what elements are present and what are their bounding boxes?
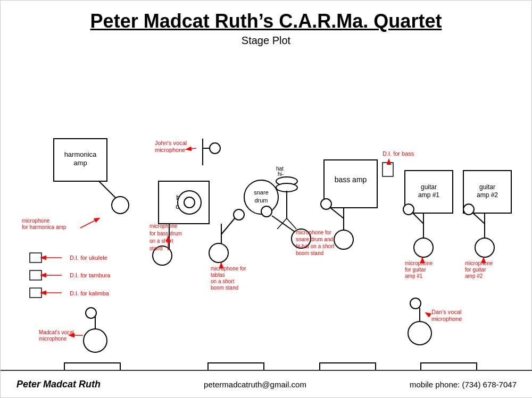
svg-rect-9 xyxy=(30,253,41,262)
svg-line-8 xyxy=(80,218,99,228)
svg-rect-73 xyxy=(383,163,393,176)
svg-point-97 xyxy=(475,238,494,257)
svg-text:microphone: microphone xyxy=(431,316,462,322)
svg-text:microphone: microphone xyxy=(149,223,178,229)
svg-text:for guitar: for guitar xyxy=(405,267,426,273)
svg-line-84 xyxy=(413,213,423,224)
svg-text:stand: stand xyxy=(149,245,162,251)
svg-text:amp #1: amp #1 xyxy=(405,273,423,279)
svg-point-34 xyxy=(210,143,220,154)
footer-email: petermadcatruth@gmail.com xyxy=(204,380,306,389)
svg-text:boom stand: boom stand xyxy=(296,250,323,256)
svg-text:D.I. for ukulele: D.I. for ukulele xyxy=(70,255,107,261)
page: Peter Madcat Ruth’s C.A.R.Ma. Quartet St… xyxy=(0,0,532,398)
footer-phone: mobile phone: (734) 678-7047 xyxy=(410,380,517,389)
svg-text:snare: snare xyxy=(254,189,269,196)
footer-name: Peter Madcat Ruth xyxy=(16,379,101,390)
svg-line-77 xyxy=(330,208,344,218)
svg-point-20 xyxy=(84,329,107,352)
svg-point-85 xyxy=(403,204,414,215)
svg-text:boom stand: boom stand xyxy=(211,285,238,291)
svg-text:for bass drum: for bass drum xyxy=(149,231,182,236)
svg-text:for harmonica amp: for harmonica amp xyxy=(22,224,66,230)
svg-point-103 xyxy=(410,298,421,309)
svg-text:tablas: tablas xyxy=(211,272,225,278)
svg-text:bass amp: bass amp xyxy=(335,175,367,184)
svg-point-58 xyxy=(276,183,297,192)
svg-text:hi-: hi- xyxy=(278,171,284,177)
svg-point-48 xyxy=(209,243,228,262)
svg-point-78 xyxy=(321,199,331,209)
svg-point-65 xyxy=(261,206,272,217)
svg-text:on a short: on a short xyxy=(211,278,235,284)
title-area: Peter Madcat Ruth’s C.A.R.Ma. Quartet St… xyxy=(1,1,531,47)
svg-point-47 xyxy=(234,209,244,220)
svg-line-107 xyxy=(426,313,430,316)
svg-text:guitar: guitar xyxy=(479,183,495,191)
svg-line-95 xyxy=(473,213,485,224)
svg-point-31 xyxy=(184,197,195,208)
svg-text:D.I. for bass: D.I. for bass xyxy=(383,150,414,157)
footer: Peter Madcat Ruth petermadcatruth@gmail.… xyxy=(1,370,532,397)
stage-area: harmonica amp microphone for harmonica a… xyxy=(1,54,532,383)
svg-rect-12 xyxy=(30,270,41,280)
svg-rect-15 xyxy=(30,288,41,298)
svg-text:on a short: on a short xyxy=(149,238,173,244)
main-title: Peter Madcat Ruth’s C.A.R.Ma. Quartet xyxy=(1,10,531,32)
svg-text:microphone: microphone xyxy=(22,218,50,224)
svg-text:drum: drum xyxy=(254,197,268,204)
svg-text:D.I. for tambura: D.I. for tambura xyxy=(70,272,111,278)
subtitle: Stage Plot xyxy=(1,35,531,47)
svg-text:Dan's vocal: Dan's vocal xyxy=(431,309,462,315)
svg-text:microphone: microphone xyxy=(39,336,67,342)
svg-text:guitar: guitar xyxy=(421,183,437,191)
svg-text:snare drum and: snare drum and xyxy=(296,236,333,242)
svg-line-37 xyxy=(187,148,196,149)
svg-text:microphone for: microphone for xyxy=(211,266,246,272)
svg-text:D.I. for kalimba: D.I. for kalimba xyxy=(70,290,110,297)
svg-text:microphone: microphone xyxy=(155,147,185,153)
svg-text:microphone: microphone xyxy=(465,260,493,266)
svg-text:amp #1: amp #1 xyxy=(418,191,439,199)
svg-text:microphone: microphone xyxy=(405,260,433,266)
svg-text:amp #2: amp #2 xyxy=(477,191,498,199)
svg-text:hi-hat on a short: hi-hat on a short xyxy=(296,243,334,249)
svg-text:amp #2: amp #2 xyxy=(465,273,483,279)
svg-text:John's vocal: John's vocal xyxy=(155,140,187,146)
svg-text:amp: amp xyxy=(73,159,87,167)
svg-point-19 xyxy=(86,308,96,318)
svg-point-5 xyxy=(112,197,129,214)
svg-text:hat: hat xyxy=(276,166,284,172)
svg-text:Madcat's vocal: Madcat's vocal xyxy=(39,329,74,335)
svg-point-86 xyxy=(414,238,433,257)
svg-text:microphone for: microphone for xyxy=(296,230,331,235)
svg-text:harmonica: harmonica xyxy=(64,150,97,158)
svg-text:for guitar: for guitar xyxy=(465,267,486,273)
svg-line-46 xyxy=(221,218,235,234)
svg-point-79 xyxy=(334,230,353,249)
svg-point-104 xyxy=(408,321,431,345)
svg-rect-71 xyxy=(324,160,377,208)
svg-point-96 xyxy=(463,204,474,215)
